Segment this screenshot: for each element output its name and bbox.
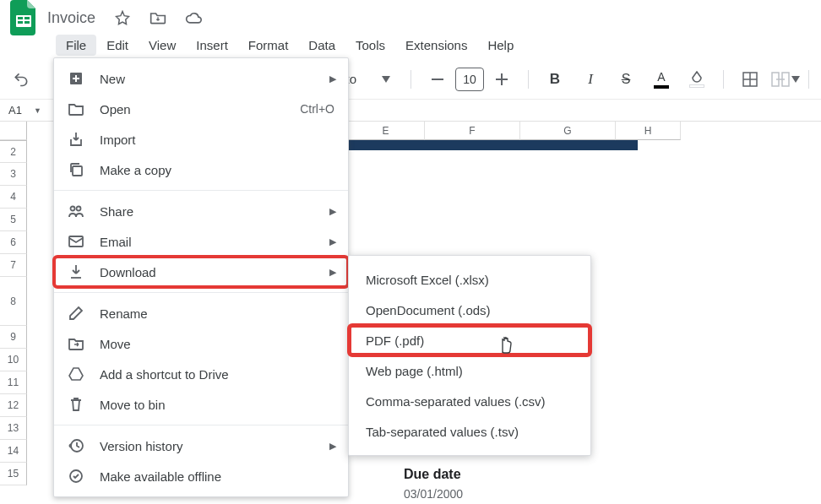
- menu-item-add-shortcut[interactable]: Add a shortcut to Drive: [54, 359, 348, 389]
- history-icon: [68, 437, 84, 454]
- chevron-down-icon: [382, 76, 390, 83]
- menu-item-make-offline[interactable]: Make available offline: [54, 461, 348, 491]
- svg-rect-4: [24, 21, 30, 24]
- drive-shortcut-icon: [68, 366, 84, 382]
- due-date-label: Due date: [404, 467, 463, 482]
- column-header[interactable]: H: [616, 122, 681, 140]
- menu-insert[interactable]: Insert: [186, 35, 238, 56]
- submenu-arrow-icon: ▶: [329, 267, 336, 278]
- menu-item-import[interactable]: Import: [54, 124, 348, 154]
- row-header[interactable]: 10: [0, 349, 27, 371]
- decrease-font-button[interactable]: [423, 65, 452, 94]
- text-color-button[interactable]: A: [647, 65, 676, 94]
- column-header[interactable]: E: [347, 122, 425, 140]
- undo-button[interactable]: [7, 65, 35, 94]
- borders-button[interactable]: [736, 65, 764, 94]
- menu-item-move-to-bin[interactable]: Move to bin: [54, 389, 348, 420]
- toolbar-divider: [808, 70, 809, 89]
- menu-item-version-history[interactable]: Version history▶: [54, 431, 348, 461]
- menu-item-email[interactable]: Email▶: [54, 226, 348, 257]
- row-header[interactable]: 12: [0, 394, 27, 417]
- row-header[interactable]: 15: [0, 463, 27, 485]
- menu-extensions[interactable]: Extensions: [395, 35, 477, 56]
- sheets-app-icon[interactable]: [8, 0, 39, 36]
- row-header[interactable]: 13: [0, 417, 27, 440]
- row-header[interactable]: 6: [0, 231, 27, 254]
- menubar: File Edit View Insert Format Data Tools …: [0, 30, 821, 59]
- toolbar-divider: [410, 70, 411, 89]
- column-header[interactable]: G: [520, 122, 616, 140]
- menu-view[interactable]: View: [139, 35, 186, 56]
- document-name[interactable]: Invoice: [47, 9, 95, 27]
- menu-item-download[interactable]: Download▶: [54, 257, 348, 287]
- fill-color-button[interactable]: [682, 65, 711, 94]
- offline-icon: [68, 468, 84, 485]
- chevron-down-icon: ▼: [34, 106, 41, 115]
- row-header[interactable]: 5: [0, 209, 27, 231]
- menu-tools[interactable]: Tools: [345, 35, 395, 56]
- menu-format[interactable]: Format: [238, 35, 299, 56]
- row-headers: 2 3 4 5 6 7 8 9 10 11 12 13 14 15: [0, 140, 27, 485]
- submenu-item-tsv[interactable]: Tab-separated values (.tsv): [349, 416, 590, 447]
- italic-button[interactable]: I: [576, 65, 605, 94]
- chevron-down-icon: [791, 76, 800, 83]
- svg-rect-5: [432, 79, 443, 80]
- row-header[interactable]: 7: [0, 254, 27, 277]
- select-all-corner[interactable]: [0, 122, 27, 140]
- submenu-item-html[interactable]: Web page (.html): [349, 355, 590, 386]
- svg-rect-2: [24, 17, 30, 19]
- row-header[interactable]: 8: [0, 277, 27, 326]
- svg-rect-16: [73, 166, 82, 176]
- submenu-item-pdf[interactable]: PDF (.pdf): [349, 325, 590, 355]
- svg-rect-3: [18, 21, 23, 24]
- menu-separator: [54, 425, 348, 425]
- share-icon: [68, 203, 84, 219]
- menu-item-share[interactable]: Share▶: [54, 196, 348, 226]
- rename-icon: [68, 305, 84, 322]
- download-submenu: Microsoft Excel (.xlsx) OpenDocument (.o…: [348, 255, 591, 456]
- strikethrough-button[interactable]: S: [612, 65, 640, 94]
- menu-item-new[interactable]: New▶: [54, 63, 348, 94]
- row-header[interactable]: 9: [0, 326, 27, 349]
- cell-reference-box[interactable]: A1▼: [0, 104, 41, 117]
- merge-cells-button[interactable]: [771, 65, 800, 94]
- row-header[interactable]: 14: [0, 440, 27, 463]
- menu-help[interactable]: Help: [477, 35, 524, 56]
- menu-file[interactable]: File: [56, 35, 96, 56]
- move-to-folder-icon[interactable]: [150, 9, 166, 26]
- submenu-arrow-icon: ▶: [329, 236, 336, 247]
- mouse-cursor-icon: [497, 334, 514, 355]
- row-header[interactable]: 4: [0, 186, 27, 209]
- toolbar-divider: [723, 70, 724, 89]
- star-icon[interactable]: [114, 9, 131, 26]
- menu-item-open[interactable]: OpenCtrl+O: [54, 94, 348, 124]
- import-icon: [68, 131, 84, 148]
- svg-rect-1: [18, 17, 23, 19]
- font-size-group: 10: [423, 65, 516, 94]
- submenu-arrow-icon: ▶: [329, 441, 336, 452]
- cloud-status-icon[interactable]: [185, 9, 202, 26]
- column-header[interactable]: F: [425, 122, 520, 140]
- title-bar: Invoice: [0, 0, 821, 30]
- folder-icon: [68, 100, 84, 117]
- file-menu-dropdown: New▶ OpenCtrl+O Import Make a copy Share…: [53, 57, 349, 497]
- row-header[interactable]: 3: [0, 163, 27, 186]
- svg-point-18: [77, 207, 81, 211]
- menu-item-move[interactable]: Move: [54, 328, 348, 359]
- submenu-item-csv[interactable]: Comma-separated values (.csv): [349, 386, 590, 416]
- row-header[interactable]: 2: [0, 140, 27, 163]
- svg-rect-15: [73, 78, 79, 79]
- menu-data[interactable]: Data: [298, 35, 345, 56]
- menu-item-rename[interactable]: Rename: [54, 298, 348, 328]
- trash-icon: [68, 396, 84, 413]
- font-size-input[interactable]: 10: [455, 68, 484, 91]
- menu-item-make-copy[interactable]: Make a copy: [54, 154, 348, 185]
- submenu-item-xlsx[interactable]: Microsoft Excel (.xlsx): [349, 264, 590, 295]
- move-icon: [68, 335, 84, 352]
- submenu-item-ods[interactable]: OpenDocument (.ods): [349, 295, 590, 325]
- row-header[interactable]: 11: [0, 371, 27, 394]
- menu-edit[interactable]: Edit: [96, 35, 139, 56]
- increase-font-button[interactable]: [487, 65, 516, 94]
- bold-button[interactable]: B: [541, 65, 569, 94]
- due-date-cell-group: Due date 03/01/2000: [404, 467, 463, 501]
